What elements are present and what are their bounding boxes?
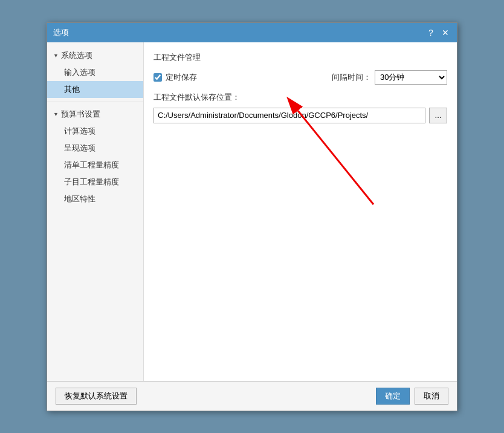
title-bar: 选项 ? ✕: [47, 23, 457, 42]
path-input[interactable]: [153, 108, 425, 123]
sidebar-group-system[interactable]: ▼ 系统选项: [47, 47, 143, 64]
autosave-checkbox[interactable]: [153, 73, 162, 82]
sidebar-item-other[interactable]: 其他: [47, 81, 143, 98]
cancel-button[interactable]: 取消: [415, 388, 448, 405]
sidebar-item-sub-precision[interactable]: 子目工程量精度: [47, 174, 143, 190]
expand-icon-budget: ▼: [53, 111, 59, 117]
sidebar-item-region-props[interactable]: 地区特性: [47, 190, 143, 207]
sidebar-item-list-precision[interactable]: 清单工程量精度: [47, 157, 143, 174]
sidebar: ▼ 系统选项 输入选项 其他 ▼ 预算书设置 计算选项 呈现选项 清单工程量精度: [47, 42, 144, 381]
autosave-row: 定时保存 间隔时间： 5分钟 10分钟 15分钟 30分钟 60分钟: [153, 70, 447, 85]
path-label: 工程文件默认保存位置：: [153, 92, 447, 103]
footer-right: 确定 取消: [376, 388, 448, 405]
dialog-body: ▼ 系统选项 输入选项 其他 ▼ 预算书设置 计算选项 呈现选项 清单工程量精度: [47, 42, 457, 381]
expand-icon-system: ▼: [53, 53, 59, 59]
section-title: 工程文件管理: [153, 52, 447, 63]
autosave-label[interactable]: 定时保存: [153, 72, 197, 83]
red-arrow-indicator: [228, 65, 398, 223]
sidebar-item-display-options[interactable]: 呈现选项: [47, 140, 143, 157]
title-controls: ? ✕: [425, 27, 451, 38]
sidebar-group-budget[interactable]: ▼ 预算书设置: [47, 106, 143, 123]
sidebar-item-calc-options[interactable]: 计算选项: [47, 123, 143, 140]
budget-options-label: 预算书设置: [61, 109, 100, 120]
interval-container: 间隔时间： 5分钟 10分钟 15分钟 30分钟 60分钟: [332, 70, 447, 85]
sidebar-item-input-options[interactable]: 输入选项: [47, 64, 143, 81]
dialog-title: 选项: [53, 27, 69, 38]
restore-defaults-button[interactable]: 恢复默认系统设置: [56, 388, 137, 405]
interval-label-text: 间隔时间：: [332, 72, 371, 83]
ok-button[interactable]: 确定: [376, 388, 410, 405]
footer-left: 恢复默认系统设置: [56, 388, 137, 405]
dialog-footer: 恢复默认系统设置 确定 取消: [47, 381, 457, 411]
svg-line-1: [298, 111, 373, 204]
path-row: ...: [153, 108, 447, 123]
interval-select[interactable]: 5分钟 10分钟 15分钟 30分钟 60分钟: [375, 70, 447, 85]
browse-button[interactable]: ...: [429, 108, 447, 123]
options-dialog: 选项 ? ✕ ▼ 系统选项 输入选项 其他 ▼ 预算书设置 计算: [47, 22, 457, 411]
main-content: 工程文件管理 定时保存 间隔时间： 5分钟 10分钟 15分钟 30分钟 60分…: [144, 42, 457, 381]
close-button[interactable]: ✕: [440, 27, 451, 38]
system-options-label: 系统选项: [61, 50, 92, 61]
help-button[interactable]: ?: [425, 27, 436, 38]
